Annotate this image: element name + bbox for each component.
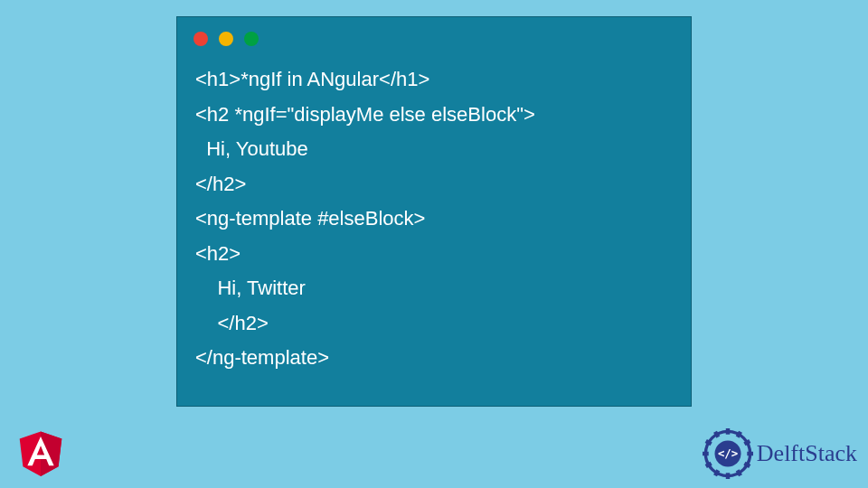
code-line: </h2> [195, 312, 269, 334]
code-line: </ng-template> [195, 346, 329, 369]
code-line: </h2> [195, 173, 246, 195]
maximize-icon [244, 32, 259, 46]
close-icon [193, 32, 208, 46]
svg-rect-3 [726, 428, 730, 435]
delftstack-logo: </> DelftStack [703, 428, 857, 479]
angular-logo-icon [13, 423, 69, 483]
svg-rect-9 [726, 473, 730, 479]
window-controls [177, 17, 691, 53]
code-line: Hi, Youtube [195, 137, 308, 160]
delftstack-label: DelftStack [757, 440, 857, 467]
code-line: <h2> [195, 242, 241, 265]
code-line: <ng-template #elseBlock> [195, 207, 425, 230]
svg-marker-1 [41, 431, 61, 476]
code-window: <h1>*ngIf in ANgular</h1> <h2 *ngIf="dis… [176, 16, 692, 407]
code-line: <h1>*ngIf in ANgular</h1> [195, 68, 429, 90]
svg-text:</>: </> [718, 447, 738, 460]
svg-rect-12 [703, 452, 709, 455]
code-content: <h1>*ngIf in ANgular</h1> <h2 *ngIf="dis… [177, 53, 691, 392]
code-line: <h2 *ngIf="displayMe else elseBlock"> [195, 103, 535, 126]
code-line: Hi, Twitter [195, 277, 306, 299]
minimize-icon [219, 32, 233, 46]
delftstack-gear-icon: </> [703, 428, 753, 479]
svg-rect-6 [747, 452, 753, 455]
